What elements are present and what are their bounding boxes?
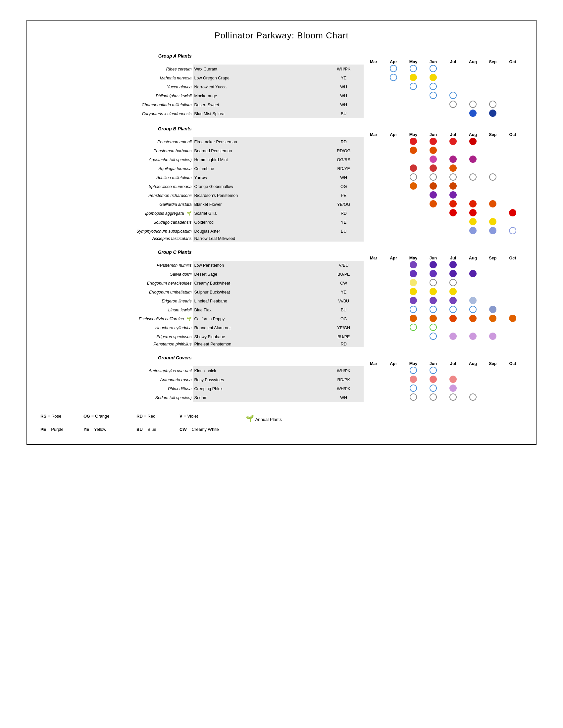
month-header-sep: Sep bbox=[483, 59, 503, 65]
plant-row: Solidago canadensisGoldenrodYE bbox=[40, 218, 523, 227]
bloom-cell-aug bbox=[463, 270, 483, 279]
bloom-cell-sep bbox=[483, 109, 503, 118]
legend-abbr: RS = Rose bbox=[40, 414, 61, 419]
month-header-apr: Apr bbox=[384, 255, 403, 261]
scientific-name: Eschscholtzia californica bbox=[139, 317, 184, 321]
scientific-name: Ribes cereum bbox=[166, 67, 191, 71]
scientific-name: Penstemon pinifolius bbox=[153, 342, 191, 346]
scientific-name: Chamaebatiaria millefolium bbox=[142, 103, 192, 107]
plant-row: Aquilegia formosaColumbineRD/YE bbox=[40, 164, 523, 173]
bloom-cell-jul bbox=[443, 288, 463, 296]
common-name: Ricardson's Penstemon bbox=[194, 193, 238, 198]
bloom-cell-jun bbox=[423, 182, 443, 191]
month-header-may: May bbox=[403, 361, 423, 366]
color-code: RD/YE bbox=[338, 166, 350, 171]
bloom-cell-jun bbox=[423, 146, 443, 155]
bloom-cell-jun bbox=[423, 82, 443, 91]
bloom-cell-jun bbox=[423, 65, 443, 73]
month-header-jul: Jul bbox=[443, 132, 463, 137]
color-code: RD/OG bbox=[337, 149, 351, 153]
bloom-cell-aug bbox=[463, 109, 483, 118]
bloom-cell-jul bbox=[443, 279, 463, 288]
common-name: Mockorange bbox=[194, 94, 217, 98]
annual-plant-icon: 🌱 bbox=[185, 317, 191, 321]
bloom-cell-jun bbox=[423, 314, 443, 323]
common-name: Pineleaf Penstemon bbox=[194, 342, 231, 346]
plant-row: Salvia dorriiDesert SageBU/PE bbox=[40, 270, 523, 279]
common-name: Orange Globemallow bbox=[194, 184, 233, 189]
bloom-cell-oct bbox=[503, 227, 523, 236]
scientific-name: Caryopteris x clandonensis bbox=[142, 112, 192, 116]
bloom-cell-may bbox=[403, 314, 423, 323]
plant-row: Philadelphus lewisiiMockorangeWH bbox=[40, 91, 523, 100]
common-name: Showy Fleabane bbox=[194, 335, 225, 339]
legend-abbr: YE = Yellow bbox=[83, 427, 106, 432]
legend-area: RS = RoseOG = OrangeRD = RedV = Violet🌱 … bbox=[40, 412, 523, 434]
common-name: Low Penstemon bbox=[194, 263, 224, 268]
bloom-cell-jun bbox=[423, 366, 443, 375]
bloom-cell-may bbox=[403, 270, 423, 279]
month-header-apr: Apr bbox=[384, 59, 403, 65]
bloom-cell-sep bbox=[483, 218, 503, 227]
common-name: Rosy Pussytoes bbox=[194, 378, 224, 382]
scientific-name: Achillea millefolium bbox=[156, 175, 191, 180]
month-header-mar: Mar bbox=[364, 361, 384, 366]
scientific-name: Aquilegia formosa bbox=[159, 166, 192, 171]
bloom-cell-aug bbox=[463, 155, 483, 164]
legend-item: YE = Yellow bbox=[83, 425, 136, 434]
bloom-cell-jun bbox=[423, 73, 443, 82]
bloom-cell-jul bbox=[443, 191, 463, 200]
common-name: Lineleaf Fleabane bbox=[194, 299, 227, 303]
color-code: RD bbox=[341, 140, 347, 144]
legend-abbr: PE = Purple bbox=[40, 427, 64, 432]
bloom-cell-jul bbox=[443, 332, 463, 341]
scientific-name: Linum lewisii bbox=[168, 308, 192, 312]
color-code: YE bbox=[341, 76, 347, 80]
bloom-cell-aug bbox=[463, 200, 483, 209]
month-header-oct: Oct bbox=[503, 361, 523, 366]
bloom-cell-may bbox=[403, 164, 423, 173]
bloom-cell-may bbox=[403, 146, 423, 155]
color-code: YE/GN bbox=[337, 326, 350, 330]
bloom-cell-jun bbox=[423, 173, 443, 182]
bloom-cell-aug bbox=[463, 173, 483, 182]
common-name: Douglas Aster bbox=[194, 229, 220, 234]
color-code: WH/PK bbox=[337, 67, 351, 71]
color-code: YE/OG bbox=[337, 202, 351, 207]
plant-row: Antennaria roseaRosy PussytoesRD/PK bbox=[40, 375, 523, 384]
scientific-name: Asclepias fascicularis bbox=[152, 236, 192, 241]
plant-row: Phlox diffusaCreeping PhloxWH/PK bbox=[40, 384, 523, 393]
plant-row: Agastache (all species)Hummingbird MintO… bbox=[40, 155, 523, 164]
legend-abbr: V = Violet bbox=[179, 414, 198, 419]
common-name: Blue Mist Spirea bbox=[194, 112, 224, 116]
month-header-jun: Jun bbox=[423, 132, 443, 137]
legend-item: PE = Purple bbox=[40, 425, 83, 434]
scientific-name: Yucca glauca bbox=[167, 85, 192, 89]
bloom-cell-may bbox=[403, 261, 423, 270]
plant-row: Erigeron speciosusShowy FleabaneBU/PE bbox=[40, 332, 523, 341]
bloom-cell-aug bbox=[463, 100, 483, 109]
color-code: OG bbox=[341, 317, 347, 321]
month-header-jun: Jun bbox=[423, 59, 443, 65]
bloom-cell-jul bbox=[443, 314, 463, 323]
bloom-cell-may bbox=[403, 73, 423, 82]
bloom-cell-jul bbox=[443, 305, 463, 314]
scientific-name: Eriogonum umbellatum bbox=[149, 290, 192, 295]
bloom-cell-jun bbox=[423, 164, 443, 173]
common-name: Narrowleaf Yucca bbox=[194, 85, 227, 89]
common-name: Low Oregon Grape bbox=[194, 76, 229, 80]
plant-row: Ribes cereumWax CurrantWH/PK bbox=[40, 65, 523, 73]
bloom-cell-aug bbox=[463, 218, 483, 227]
bloom-cell-aug bbox=[463, 393, 483, 402]
legend-grid: RS = RoseOG = OrangeRD = RedV = Violet🌱 … bbox=[40, 412, 523, 434]
bloom-cell-aug bbox=[463, 209, 483, 218]
color-code: WH bbox=[340, 395, 347, 400]
plant-row: Yucca glaucaNarrowleaf YuccaWH bbox=[40, 82, 523, 91]
bloom-cell-jun bbox=[423, 296, 443, 305]
color-code: RD bbox=[341, 342, 347, 346]
bloom-cell-aug bbox=[463, 227, 483, 236]
bloom-cell-may bbox=[403, 288, 423, 296]
month-header-aug: Aug bbox=[463, 255, 483, 261]
bloom-cell-aug bbox=[463, 305, 483, 314]
bloom-cell-jun bbox=[423, 200, 443, 209]
